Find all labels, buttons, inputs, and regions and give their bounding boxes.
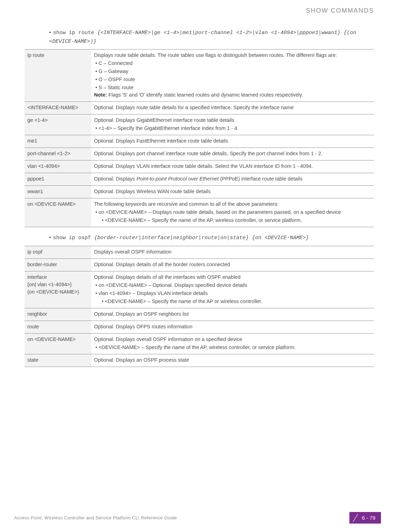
table-row: port-channel <1-2> Optional. Displays po… xyxy=(25,148,374,160)
cmd-prefix: show ip route xyxy=(53,30,97,36)
param-line3: {on <DEVICE-NAME>} xyxy=(27,288,88,296)
command-syntax-ospf: •show ip ospf {border-router|interface|n… xyxy=(49,234,374,242)
table-row: ip route Displays route table details. T… xyxy=(25,50,374,102)
param-cell: wwan1 xyxy=(25,186,91,198)
note-line: Note: Flags 'S' and 'O' identify static … xyxy=(94,91,371,99)
param-cell: on <DEVICE-NAME> xyxy=(25,198,91,227)
param-cell: neighbor xyxy=(25,308,91,321)
desc-cell: Optional. Displays overall OSPF informat… xyxy=(91,333,374,354)
flag-g: G – Gateway xyxy=(95,68,371,75)
table-row: border-router Optional. Displays details… xyxy=(25,258,374,271)
desc-text: Optional. Displays GigabitEthernet inter… xyxy=(94,117,371,124)
table-row: vlan <1-4094> Optional. Displays VLAN in… xyxy=(25,160,374,173)
table-row: pppoe1 Optional. Displays Point-to-point… xyxy=(25,173,374,186)
on-device: on <DEVICE-NAME> – Displays route table … xyxy=(95,209,371,216)
device-name-note: <DEVICE-NAME> – Specify the name of the … xyxy=(102,217,371,224)
desc-cell: Optional. Displays port channel interfac… xyxy=(91,148,374,160)
footer-guide-title: Access Point, Wireless Controller and Se… xyxy=(14,515,177,520)
param-cell: border-router xyxy=(25,258,91,271)
page-number-badge: 6 - 79 xyxy=(349,512,381,524)
param-cell: ip ospf xyxy=(25,246,91,258)
desc-cell: Optional. Displays OFPS routes informati… xyxy=(91,321,374,333)
param-cell: interface {on| vlan <1-4094>} {on <DEVIC… xyxy=(25,271,91,308)
range-note: <1-4> – Specify the GigabitEthernet inte… xyxy=(95,125,371,132)
param-cell: port-channel <1-2> xyxy=(25,148,91,160)
table-row: ge <1-4> Optional. Displays GigabitEther… xyxy=(25,114,374,135)
param-cell: route xyxy=(25,321,91,333)
table-row: ip ospf Displays overall OSPF informatio… xyxy=(25,246,374,258)
table-row: state Optional. Displays an OSPF process… xyxy=(25,354,374,367)
table-row: route Optional. Displays OFPS routes inf… xyxy=(25,321,374,333)
table-row: neighbor Optional. Displays an OSPF neig… xyxy=(25,308,374,321)
cmd-args: {border-router|interface|neighbor|route|… xyxy=(94,235,309,241)
param-cell: me1 xyxy=(25,135,91,148)
param-cell: on <DEVICE-NAME> xyxy=(25,333,91,354)
param-cell: pppoe1 xyxy=(25,173,91,186)
desc-cell: Optional. Displays route table details f… xyxy=(91,102,374,114)
desc-ital: Point-to-point Protocol over Ethernet xyxy=(136,176,219,182)
table-row: interface {on| vlan <1-4094>} {on <DEVIC… xyxy=(25,271,374,308)
table-row: <INTERFACE-NAME> Optional. Displays rout… xyxy=(25,102,374,114)
desc-text: Displays route table details. The route … xyxy=(94,52,371,59)
desc-text: The following keywords are recursive and… xyxy=(94,201,371,208)
flag-c: C – Connected xyxy=(95,60,371,67)
desc-text: Optional. Displays overall OSPF informat… xyxy=(94,336,371,343)
desc-cell: Displays route table details. The route … xyxy=(91,50,374,102)
table-row: wwan1 Optional. Displays Wireless WAN ro… xyxy=(25,186,374,198)
desc-cell: Optional. Displays an OSPF neighbors lis… xyxy=(91,308,374,321)
on-device: on <DEVICE-NAME> – Optional. Displays sp… xyxy=(95,282,371,289)
cmd-prefix: show ip ospf xyxy=(53,235,94,241)
ip-route-table: ip route Displays route table details. T… xyxy=(25,49,374,227)
desc-text: Optional. Displays details of all the in… xyxy=(94,274,371,281)
table-row: on <DEVICE-NAME> The following keywords … xyxy=(25,198,374,227)
flag-s: S – Static route xyxy=(95,84,371,91)
device-name-note: <DEVICE-NAME> – Specify the name of the … xyxy=(102,298,371,305)
desc-cell: Optional. Displays FastEthernet interfac… xyxy=(91,135,374,148)
desc-cell: Optional. Displays Wireless WAN route ta… xyxy=(91,186,374,198)
param-cell: vlan <1-4094> xyxy=(25,160,91,173)
desc-cell: Optional. Displays details of all the bo… xyxy=(91,258,374,271)
page-number: 6 - 79 xyxy=(362,515,375,521)
flag-o: O – OSPF route xyxy=(95,76,371,83)
page-header: SHOW COMMANDS xyxy=(25,7,374,14)
param-cell: <INTERFACE-NAME> xyxy=(25,102,91,114)
desc-cell: Optional. Displays an OSPF process state xyxy=(91,354,374,367)
command-syntax-route: •show ip route {<INTERFACE-NAME>|ge <1-4… xyxy=(49,28,374,46)
desc-post: (PPPoE) interface route table details xyxy=(219,176,302,182)
ip-ospf-table: ip ospf Displays overall OSPF informatio… xyxy=(25,246,374,367)
desc-pre: Optional. Displays xyxy=(94,176,136,182)
table-row: on <DEVICE-NAME> Optional. Displays over… xyxy=(25,333,374,354)
desc-cell: Optional. Displays Point-to-point Protoc… xyxy=(91,173,374,186)
page-footer: Access Point, Wireless Controller and Se… xyxy=(0,512,395,524)
desc-cell: Optional. Displays GigabitEthernet inter… xyxy=(91,114,374,135)
svg-line-0 xyxy=(353,514,358,522)
slash-icon xyxy=(352,513,359,523)
desc-cell: Optional. Displays details of all the in… xyxy=(91,271,374,308)
desc-cell: The following keywords are recursive and… xyxy=(91,198,374,227)
device-name-note: <DEVICE-NAME> – Specify the name of the … xyxy=(95,344,371,351)
param-line1: interface xyxy=(27,274,88,281)
param-cell: state xyxy=(25,354,91,367)
note-text: Flags 'S' and 'O' identify static learne… xyxy=(107,92,303,98)
desc-cell: Displays overall OSPF information xyxy=(91,246,374,258)
note-label: Note: xyxy=(94,92,107,98)
vlan-range: vlan <1-4094> – Displays VLAN interface … xyxy=(95,290,371,297)
table-row: me1 Optional. Displays FastEthernet inte… xyxy=(25,135,374,148)
param-cell: ip route xyxy=(25,50,91,102)
param-cell: ge <1-4> xyxy=(25,114,91,135)
desc-cell: Optional. Displays VLAN interface route … xyxy=(91,160,374,173)
param-line2: {on| vlan <1-4094>} xyxy=(27,281,88,288)
